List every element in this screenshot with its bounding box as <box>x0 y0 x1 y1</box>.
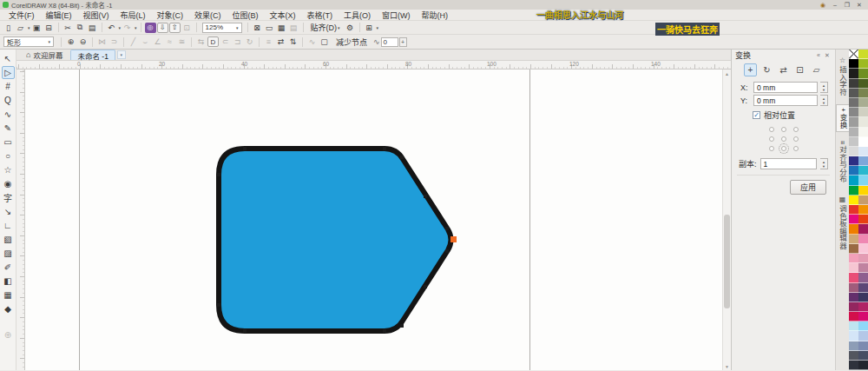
color-swatch[interactable] <box>858 321 868 331</box>
anchor-radio-1[interactable] <box>781 127 786 132</box>
no-color-swatch[interactable] <box>849 50 858 59</box>
symmetric-node-icon[interactable]: ≅ <box>176 36 187 48</box>
color-swatch[interactable] <box>858 254 868 263</box>
rectangle-tool[interactable]: ▭ <box>2 136 15 149</box>
docker-close-icon[interactable]: ✕ <box>823 52 832 59</box>
break-curve-icon[interactable]: ⊃ <box>108 36 120 48</box>
vertical-ruler[interactable] <box>16 70 25 370</box>
show-grid-icon[interactable]: ▦ <box>276 22 287 33</box>
polygon-tool[interactable]: ☆ <box>2 163 15 176</box>
smooth-node-icon[interactable]: ≈ <box>164 36 175 48</box>
shape-tool[interactable]: ▷ <box>2 66 15 79</box>
color-swatch[interactable] <box>849 186 858 195</box>
tab-list-dropdown[interactable]: ▾ <box>117 50 126 59</box>
color-swatch[interactable] <box>858 244 868 254</box>
color-swatch[interactable] <box>849 166 858 176</box>
color-swatch[interactable] <box>849 224 858 234</box>
color-swatch[interactable] <box>858 331 868 341</box>
color-swatch[interactable] <box>858 69 868 78</box>
mesh-fill-tool[interactable]: ▦ <box>2 288 15 301</box>
rotate-skew-nodes-icon[interactable]: ↻ <box>244 36 255 48</box>
color-swatch[interactable] <box>849 176 858 185</box>
extend-curve-icon[interactable]: ⊐ <box>232 36 243 48</box>
anchor-radio-0[interactable] <box>769 127 774 132</box>
color-swatch[interactable] <box>849 273 858 282</box>
copies-spinner[interactable]: ▲▼ <box>820 158 828 169</box>
color-swatch[interactable] <box>849 89 858 98</box>
publish-pdf-icon[interactable]: ⊡ <box>181 22 193 33</box>
color-swatch[interactable] <box>858 302 868 312</box>
color-swatch[interactable] <box>849 79 858 89</box>
launcher-icon[interactable]: ⊞ <box>364 22 375 33</box>
tab-transform[interactable]: +变换 <box>836 104 849 132</box>
reverse-direction-icon[interactable]: ⇆ <box>195 36 207 48</box>
color-swatch[interactable] <box>849 263 858 273</box>
new-document-icon[interactable]: ▯ <box>3 22 14 33</box>
selected-tip-node[interactable] <box>450 236 457 242</box>
scrollbar-thumb[interactable] <box>724 215 730 308</box>
color-swatch[interactable] <box>849 117 858 127</box>
menu-item-8[interactable]: 表格(T) <box>302 10 339 21</box>
anchor-radio-5[interactable] <box>793 136 799 142</box>
x-spinner[interactable]: ▲▼ <box>820 82 828 93</box>
color-swatch[interactable] <box>858 137 868 147</box>
scroll-down-icon[interactable]: ▼ <box>723 362 731 370</box>
color-swatch[interactable] <box>858 351 868 361</box>
add-node-icon[interactable]: ⊕ <box>65 36 76 48</box>
color-swatch[interactable] <box>849 69 858 78</box>
color-swatch[interactable] <box>858 186 868 195</box>
crop-tool[interactable]: # <box>2 80 15 93</box>
copy-icon[interactable]: ⧉ <box>75 22 86 33</box>
color-swatch[interactable] <box>849 128 858 137</box>
color-swatch[interactable] <box>849 147 858 156</box>
tab-welcome-screen[interactable]: ⌂ 欢迎屏幕 <box>20 50 69 60</box>
color-swatch[interactable] <box>858 283 868 293</box>
interactive-fill-tool[interactable]: ◧ <box>2 275 15 288</box>
freehand-tool[interactable]: ∿ <box>2 108 15 121</box>
y-spinner[interactable]: ▲▼ <box>820 95 828 106</box>
ellipse-tool[interactable]: ○ <box>2 149 15 162</box>
drop-shadow-tool[interactable]: ▧ <box>2 233 15 246</box>
spiral-tool[interactable]: ◉ <box>2 177 15 190</box>
color-swatch[interactable] <box>849 302 858 312</box>
menu-item-7[interactable]: 文本(X) <box>265 10 301 21</box>
menu-item-1[interactable]: 编辑(E) <box>41 10 77 21</box>
open-icon[interactable]: ▱ <box>15 22 26 33</box>
marquee-mode-select[interactable]: 矩形▾ <box>3 36 54 47</box>
export-icon[interactable]: ⇧ <box>169 23 181 33</box>
color-swatch[interactable] <box>849 254 858 263</box>
select-all-nodes-icon[interactable]: ▢ <box>319 36 330 48</box>
y-input[interactable]: 0 mm <box>753 95 818 106</box>
color-swatch[interactable] <box>849 156 858 166</box>
blue-arrow-shape[interactable] <box>219 149 451 331</box>
color-swatch[interactable] <box>849 293 858 302</box>
color-swatch[interactable] <box>849 361 858 370</box>
color-swatch[interactable] <box>849 215 858 224</box>
search-content-icon[interactable]: ◎ <box>145 23 156 33</box>
drawing-canvas[interactable] <box>25 70 722 370</box>
transform-position-icon[interactable]: + <box>744 63 757 76</box>
dimension-tool[interactable]: ↘ <box>2 205 15 218</box>
apply-button[interactable]: 应用 <box>790 180 826 195</box>
artistic-media-tool[interactable]: ✎ <box>2 122 15 135</box>
color-swatch[interactable] <box>858 263 868 273</box>
close-curve-icon[interactable]: D <box>207 36 219 47</box>
show-guidelines-icon[interactable]: ▤ <box>288 22 299 33</box>
print-icon[interactable]: ⊟ <box>43 22 55 33</box>
menu-item-5[interactable]: 效果(C) <box>189 10 227 21</box>
color-eyedropper-tool[interactable]: ✐ <box>2 261 15 274</box>
tab-insert-character[interactable]: ☆插入字符 <box>836 53 850 99</box>
anchor-radio-4[interactable] <box>781 136 786 142</box>
color-swatch[interactable] <box>849 205 858 215</box>
color-swatch[interactable] <box>858 205 868 215</box>
align-nodes-icon[interactable]: ≡ <box>263 36 274 48</box>
menu-item-3[interactable]: 布局(L) <box>115 10 151 21</box>
color-swatch[interactable] <box>849 331 858 341</box>
color-swatch[interactable] <box>858 156 868 166</box>
color-swatch[interactable] <box>858 166 868 176</box>
smoothness-stepper[interactable]: + <box>399 37 407 47</box>
customize-toolbox-button[interactable]: ⊕ <box>2 328 15 341</box>
reduce-nodes-button[interactable]: 减少节点 <box>332 36 371 49</box>
elastic-mode-icon[interactable]: ∿ <box>306 36 318 48</box>
menu-item-11[interactable]: 帮助(H) <box>417 10 454 21</box>
